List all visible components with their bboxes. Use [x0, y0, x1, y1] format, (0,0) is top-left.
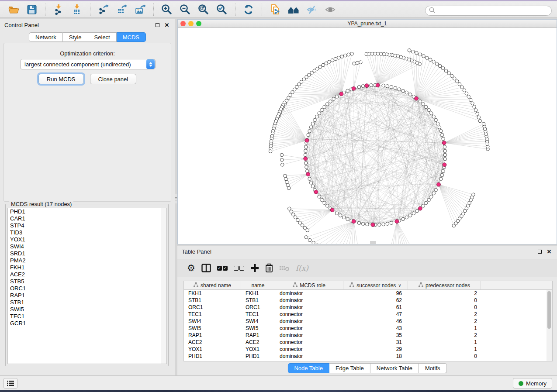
zoom-out-icon[interactable]	[178, 3, 193, 17]
refresh-icon[interactable]	[241, 3, 256, 17]
column-header-MCDS-role[interactable]: MCDS role	[275, 281, 343, 289]
toolbar-separator	[153, 3, 154, 16]
export-network-icon[interactable]	[96, 3, 111, 17]
sort-desc-icon: ∨	[398, 283, 401, 288]
result-node[interactable]: STB5	[8, 278, 166, 285]
hierarchy-icon	[419, 282, 423, 289]
close-table-panel-icon[interactable]: ✕	[546, 248, 553, 255]
result-node[interactable]: TEC1	[8, 313, 166, 320]
hide-selected-icon[interactable]	[304, 3, 319, 17]
table-row[interactable]: ORC1ORC1dominator610	[184, 304, 552, 311]
tab-style[interactable]: Style	[63, 32, 88, 42]
clear-table-icon	[279, 261, 290, 275]
result-node[interactable]: SRD1	[8, 250, 166, 257]
cell: ORC1	[184, 304, 241, 311]
save-icon[interactable]	[24, 3, 39, 17]
memory-button[interactable]: Memory	[513, 378, 552, 389]
first-neighbors-icon[interactable]	[286, 3, 301, 17]
tab-edge-table[interactable]: Edge Table	[329, 363, 370, 373]
result-node[interactable]: GCR1	[8, 320, 166, 327]
zoom-in-icon[interactable]	[159, 3, 174, 17]
criterion-dropdown[interactable]: largest connected component (undirected)	[20, 59, 156, 69]
clone-network-icon[interactable]	[268, 3, 283, 17]
close-panel-button[interactable]: Close panel	[90, 74, 137, 84]
cell: TEC1	[184, 311, 241, 318]
checked-pair-icon[interactable]: ✓✓	[217, 261, 228, 275]
cell: YOX1	[241, 346, 275, 353]
split-panes-icon[interactable]	[201, 261, 211, 275]
cell: FKH1	[241, 290, 275, 297]
mcds-result-list[interactable]: PHD1CAR1STP4TID3YOX1SWI4SRD1PMA2FKH1ACE2…	[7, 208, 167, 364]
cell: 47	[343, 311, 408, 318]
delete-icon[interactable]	[265, 261, 273, 275]
import-table-icon[interactable]	[69, 3, 84, 17]
network-canvas[interactable]	[178, 28, 557, 244]
table-row[interactable]: SWI4SWI4dominator462	[184, 318, 552, 325]
export-table-icon[interactable]	[114, 3, 129, 17]
cell: RAP1	[241, 332, 275, 339]
table-row[interactable]: TEC1TEC1connector472	[184, 311, 552, 318]
result-node[interactable]: SWI5	[8, 306, 166, 313]
column-header-successor-nodes[interactable]: successor nodes∨	[343, 281, 408, 289]
tab-select[interactable]: Select	[88, 32, 117, 42]
result-node[interactable]: YOX1	[8, 236, 166, 243]
table-row[interactable]: ACE2ACE2connector311	[184, 339, 552, 346]
tab-network[interactable]: Network	[29, 32, 63, 42]
float-table-panel-icon[interactable]	[536, 248, 543, 255]
cell: connector	[275, 325, 343, 332]
task-history-button[interactable]	[3, 378, 17, 389]
cell: YOX1	[184, 346, 241, 353]
column-header-name[interactable]: name	[241, 281, 275, 289]
export-image-icon[interactable]	[133, 3, 148, 17]
table-row[interactable]: PHD1PHD1dominator180	[184, 353, 552, 360]
result-scrollbar[interactable]	[161, 208, 166, 364]
network-hscroll-handle[interactable]	[370, 241, 376, 244]
list-icon	[7, 380, 14, 386]
cell: TEC1	[241, 311, 275, 318]
zoom-fit-icon[interactable]	[196, 3, 211, 17]
table-row[interactable]: RAP1RAP1dominator352	[184, 332, 552, 339]
table-scrollbar[interactable]	[547, 290, 552, 361]
result-node[interactable]: PHD1	[8, 208, 166, 215]
table-row[interactable]: YOX1YOX1connector291	[184, 346, 552, 353]
result-node[interactable]: ACE2	[8, 271, 166, 278]
cell: 0	[408, 297, 481, 304]
add-icon[interactable]	[250, 261, 259, 275]
table-row[interactable]: SWI5SWI5connector431	[184, 325, 552, 332]
show-all-icon[interactable]	[323, 3, 338, 17]
unchecked-pair-icon[interactable]	[234, 261, 244, 275]
result-node[interactable]: SWI4	[8, 243, 166, 250]
search-input[interactable]	[435, 7, 551, 15]
open-folder-icon[interactable]	[6, 3, 21, 17]
column-header-predecessor-nodes[interactable]: predecessor nodes	[408, 281, 481, 289]
import-network-icon[interactable]	[51, 3, 66, 17]
search-box[interactable]	[425, 6, 552, 16]
result-node[interactable]: ORC1	[8, 285, 166, 292]
tab-motifs[interactable]: Motifs	[419, 363, 447, 373]
result-node[interactable]: STP4	[8, 222, 166, 229]
result-node[interactable]: FKH1	[8, 264, 166, 271]
result-node[interactable]: STB1	[8, 299, 166, 306]
tab-mcds[interactable]: MCDS	[117, 32, 146, 42]
table-scrollbar-thumb[interactable]	[547, 291, 551, 329]
tab-node-table[interactable]: Node Table	[287, 363, 329, 373]
network-window: YPA_prune.txt_1	[177, 19, 557, 244]
column-header-shared-name[interactable]: shared name	[184, 281, 241, 289]
zoom-selected-icon[interactable]	[214, 3, 229, 17]
tab-network-table[interactable]: Network Table	[370, 363, 419, 373]
close-panel-icon[interactable]: ✕	[163, 21, 170, 28]
result-node[interactable]: RAP1	[8, 292, 166, 299]
result-node[interactable]: CAR1	[8, 215, 166, 222]
cell: FKH1	[184, 290, 241, 297]
gear-icon[interactable]: ⚙	[187, 261, 195, 275]
cell: 2	[408, 311, 481, 318]
result-node[interactable]: TID3	[8, 229, 166, 236]
toolbar-separator	[235, 3, 235, 16]
network-titlebar[interactable]: YPA_prune.txt_1	[178, 20, 557, 28]
cell: 2	[408, 290, 481, 297]
float-panel-icon[interactable]	[154, 21, 161, 28]
table-row[interactable]: STB1STB1dominator620	[184, 297, 552, 304]
result-node[interactable]: PMA2	[8, 257, 166, 264]
table-row[interactable]: FKH1FKH1dominator962	[184, 290, 552, 297]
run-mcds-button[interactable]: Run MCDS	[38, 74, 84, 84]
